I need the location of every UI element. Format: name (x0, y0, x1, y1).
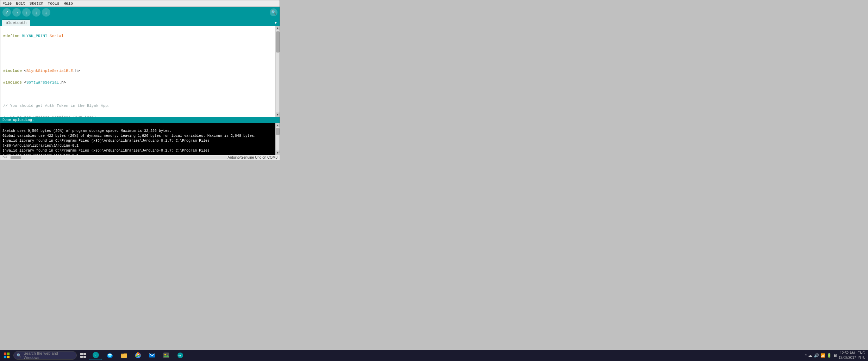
taskbar-search-bar[interactable]: 🔍 Search the web and Windows (13, 351, 77, 360)
taskbar-app-photos[interactable] (160, 350, 173, 360)
tab-bar: bluetooth ▼ (0, 18, 280, 26)
arduino-ide-window: File Edit Sketch Tools Help ✓ → ↑ ↓ ↓ 🔍 … (0, 0, 280, 153)
svg-text:~: ~ (94, 354, 96, 357)
task-view-button[interactable] (78, 350, 88, 360)
status-bar: Done uploading. (0, 117, 280, 123)
board-status: Arduino/Genuine Uno on COM3 (227, 155, 277, 159)
console-scroll-up[interactable]: ▲ (276, 123, 280, 127)
menu-help[interactable]: Help (63, 1, 73, 6)
taskbar-app-edge[interactable] (104, 350, 116, 360)
menu-bar: File Edit Sketch Tools Help (0, 0, 280, 7)
svg-rect-4 (80, 353, 83, 355)
svg-rect-5 (83, 353, 86, 355)
tab-dropdown[interactable]: ▼ (273, 20, 278, 26)
edge-icon (107, 352, 113, 359)
lang-region: INTL (857, 355, 865, 360)
system-tray: ^ ☁ 🔊 📶 🔋 🖥 12:52 AM 13/02/2017 ENG INTL (805, 351, 867, 360)
taskbar-app-arduino2[interactable]: ∞ (174, 350, 187, 360)
bottom-bar: 50 Arduino/Genuine Uno on COM3 (0, 155, 280, 160)
console-area: Sketch uses 9,506 bytes (29%) of program… (0, 123, 280, 155)
search-placeholder: Search the web and Windows (24, 351, 74, 360)
menu-edit[interactable]: Edit (16, 1, 25, 6)
menu-tools[interactable]: Tools (48, 1, 59, 6)
file-explorer-icon (121, 352, 127, 359)
tray-icon-1: ☁ (808, 353, 812, 358)
console-scrollbar[interactable]: ▲ ▼ (275, 123, 280, 155)
taskbar-app-explorer[interactable] (118, 350, 130, 360)
svg-rect-6 (80, 356, 83, 358)
menu-sketch[interactable]: Sketch (30, 1, 44, 6)
start-button[interactable] (1, 350, 12, 360)
svg-rect-1 (7, 353, 10, 355)
upload-button[interactable]: → (12, 8, 21, 17)
search-button[interactable]: 🔍 (270, 8, 277, 16)
console-scrollbar-thumb[interactable] (276, 128, 280, 135)
language-indicator: ENG INTL (857, 351, 865, 360)
system-clock[interactable]: 12:52 AM 13/02/2017 (838, 351, 856, 360)
scrollbar-thumb[interactable] (276, 31, 280, 53)
verify-button[interactable]: ✓ (2, 8, 11, 17)
tray-wifi: 📶 (820, 353, 825, 358)
scroll-up-arrow[interactable]: ▲ (276, 26, 280, 30)
mail-icon (149, 352, 155, 359)
chrome-icon (135, 352, 141, 359)
svg-point-18 (164, 354, 166, 355)
search-icon: 🔍 (17, 353, 21, 358)
code-editor[interactable]: #define BLYNK_PRINT Serial #include <Bly… (0, 26, 280, 117)
vertical-scrollbar[interactable]: ▲ ▼ (275, 26, 280, 117)
arduino-taskbar-icon: ~ (92, 351, 99, 359)
tab-bluetooth[interactable]: bluetooth (2, 19, 30, 26)
task-view-icon (80, 353, 86, 358)
menu-file[interactable]: File (2, 1, 12, 6)
code-content: #define BLYNK_PRINT Serial #include <Bly… (0, 26, 275, 117)
status-text: Done uploading. (2, 118, 34, 122)
horizontal-scrollbar[interactable] (10, 156, 227, 159)
taskbar-app-arduino[interactable]: ~ (89, 350, 102, 360)
taskbar-app-mail[interactable] (146, 350, 158, 360)
tray-screen: 🖥 (833, 353, 837, 357)
lang-text: ENG (857, 351, 865, 355)
windows-logo-icon (4, 352, 10, 359)
clock-date: 13/02/2017 (838, 355, 856, 360)
new-button[interactable]: ↑ (22, 8, 31, 17)
tray-icon-2: 🔊 (814, 353, 819, 358)
console-content: Sketch uses 9,506 bytes (29%) of program… (0, 123, 275, 155)
clock-time: 12:52 AM (838, 351, 856, 355)
taskbar: 🔍 Search the web and Windows ~ (0, 350, 868, 361)
arduino-app-icon: ∞ (177, 352, 183, 359)
taskbar-app-chrome[interactable] (132, 350, 144, 360)
svg-rect-7 (83, 356, 86, 358)
open-button[interactable]: ↓ (32, 8, 40, 17)
console-scroll-down[interactable]: ▼ (276, 151, 280, 155)
svg-text:∞: ∞ (179, 354, 181, 358)
photos-icon (163, 352, 169, 359)
svg-rect-17 (163, 353, 169, 358)
save-button[interactable]: ↓ (42, 8, 50, 17)
svg-rect-3 (7, 356, 10, 358)
svg-rect-0 (4, 353, 6, 355)
toolbar: ✓ → ↑ ↓ ↓ 🔍 (0, 7, 280, 18)
scroll-down-arrow[interactable]: ▼ (276, 112, 280, 117)
line-number: 50 (2, 155, 10, 159)
svg-rect-2 (4, 356, 6, 358)
tray-battery: 🔋 (827, 353, 832, 358)
tray-caret[interactable]: ^ (805, 354, 807, 357)
